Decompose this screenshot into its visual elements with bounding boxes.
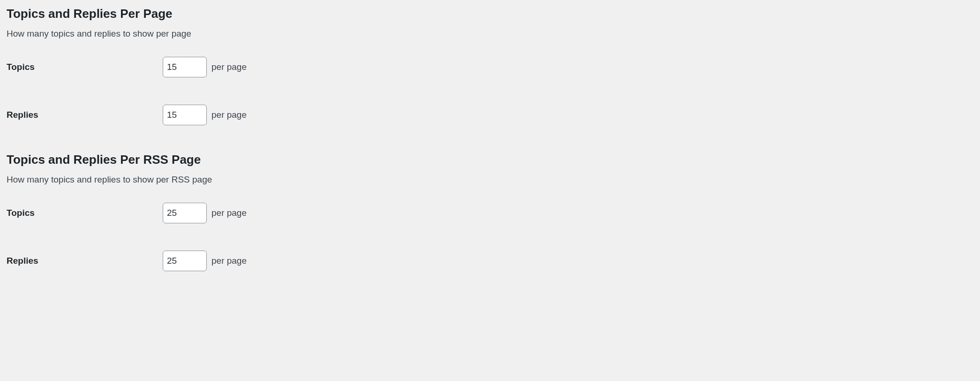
- section-description: How many topics and replies to show per …: [7, 29, 973, 39]
- section-heading: Topics and Replies Per RSS Page: [7, 152, 973, 167]
- section-per-rss-page: Topics and Replies Per RSS Page How many…: [7, 152, 973, 271]
- replies-per-page-input[interactable]: [163, 105, 207, 125]
- field-replies-per-page: Replies per page: [7, 105, 973, 125]
- field-control: per page: [163, 251, 247, 271]
- section-heading: Topics and Replies Per Page: [7, 7, 973, 21]
- field-control: per page: [163, 203, 247, 223]
- replies-per-rss-page-input[interactable]: [163, 251, 207, 271]
- field-topics-per-rss-page: Topics per page: [7, 203, 973, 223]
- field-label: Replies: [7, 110, 163, 120]
- field-label: Replies: [7, 256, 163, 266]
- topics-per-page-input[interactable]: [163, 57, 207, 77]
- field-suffix: per page: [211, 208, 247, 218]
- field-label: Topics: [7, 62, 163, 72]
- field-replies-per-rss-page: Replies per page: [7, 251, 973, 271]
- field-suffix: per page: [211, 62, 247, 72]
- section-per-page: Topics and Replies Per Page How many top…: [7, 7, 973, 125]
- field-control: per page: [163, 57, 247, 77]
- field-suffix: per page: [211, 110, 247, 120]
- field-control: per page: [163, 105, 247, 125]
- field-topics-per-page: Topics per page: [7, 57, 973, 77]
- section-description: How many topics and replies to show per …: [7, 175, 973, 185]
- field-suffix: per page: [211, 256, 247, 266]
- topics-per-rss-page-input[interactable]: [163, 203, 207, 223]
- field-label: Topics: [7, 208, 163, 218]
